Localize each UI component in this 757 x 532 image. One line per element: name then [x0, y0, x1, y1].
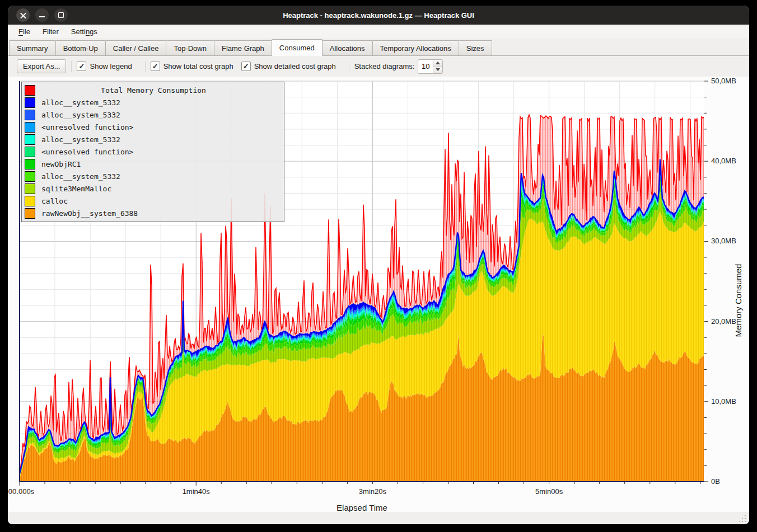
checkbox-box: ✓: [151, 62, 160, 71]
tab-temporary-allocations[interactable]: Temporary Allocations: [372, 40, 459, 55]
show-detailed-cost-checkbox[interactable]: ✓ Show detailed cost graph: [241, 62, 336, 71]
checkbox-label: Show legend: [90, 62, 132, 70]
legend-title: Total Memory Consumption: [35, 86, 284, 95]
x-axis-title: Elapsed Time: [337, 503, 387, 512]
menubar: File Filter Settings: [8, 25, 749, 39]
legend-item: <unresolved function>: [22, 145, 284, 158]
stacked-diagrams-label: Stacked diagrams:: [354, 62, 415, 70]
heaptrack-window: Heaptrack - heaptrack.wakunode.1.gz — He…: [8, 6, 749, 524]
legend-item: alloc__system_5332: [22, 96, 284, 109]
resize-grip[interactable]: [739, 515, 746, 522]
chart-area: 00.000s1min40s3min20s5min00s0B10,0MB20,0…: [8, 77, 749, 512]
legend-item: alloc__system_5332: [22, 109, 284, 121]
menu-filter[interactable]: Filter: [36, 26, 65, 37]
legend-swatch: [25, 134, 35, 145]
spin-down-button[interactable]: [433, 66, 442, 73]
chart-legend: Total Memory Consumption alloc__system_5…: [21, 82, 284, 222]
axis-tick-label: 00.000s: [8, 487, 35, 496]
axis-tick-label: 1min40s: [183, 487, 211, 496]
toolbar-separator: [71, 61, 72, 72]
legend-label: alloc__system_5332: [41, 172, 120, 181]
checkbox-label: Show total cost graph: [163, 62, 233, 70]
show-legend-checkbox[interactable]: ✓ Show legend: [77, 62, 132, 71]
axis-tick-label: 50,0MB: [711, 77, 736, 85]
axis-tick-label: 20,0MB: [711, 317, 736, 326]
legend-item: calloc: [22, 195, 284, 207]
legend-swatch: [25, 171, 35, 182]
legend-label: alloc__system_5332: [41, 135, 120, 144]
stacked-diagrams-spinbox[interactable]: 10: [418, 59, 443, 74]
axis-tick-label: 3min20s: [359, 487, 387, 496]
legend-swatch-total: [25, 85, 35, 96]
legend-label: alloc__system_5332: [41, 98, 120, 107]
legend-item: alloc__system_5332: [22, 170, 284, 182]
tab-consumed[interactable]: Consumed: [272, 39, 323, 56]
legend-swatch: [25, 196, 35, 206]
checkmark-icon: ✓: [79, 63, 85, 70]
axis-tick-label: 10,0MB: [711, 397, 736, 406]
export-as-button[interactable]: Export As...: [17, 59, 66, 73]
legend-label: calloc: [41, 197, 68, 205]
legend-swatch: [25, 122, 35, 133]
toolbar-separator: [145, 61, 146, 72]
legend-item: <unresolved function>: [22, 121, 284, 133]
legend-label: newObjRC1: [41, 160, 81, 168]
legend-title-row: Total Memory Consumption: [22, 84, 284, 96]
show-total-cost-checkbox[interactable]: ✓ Show total cost graph: [151, 62, 233, 71]
tab-caller-callee[interactable]: Caller / Callee: [105, 40, 167, 55]
titlebar[interactable]: Heaptrack - heaptrack.wakunode.1.gz — He…: [8, 6, 749, 25]
legend-swatch: [25, 110, 35, 120]
close-icon: [20, 12, 26, 18]
legend-label: rawNewObj__system_6388: [41, 209, 138, 218]
tab-bottom-up[interactable]: Bottom-Up: [55, 40, 106, 55]
axis-tick-label: 40,0MB: [711, 157, 736, 165]
legend-label: <unresolved function>: [41, 148, 133, 156]
spinbox-buttons: [433, 60, 442, 73]
status-bar: [8, 512, 749, 524]
legend-label: sqlite3MemMalloc: [41, 185, 111, 193]
toolbar: Export As... ✓ Show legend ✓ Show total …: [8, 56, 749, 77]
legend-item: newObjRC1: [22, 158, 284, 170]
close-button[interactable]: [16, 8, 30, 22]
toolbar-separator: [349, 61, 349, 72]
minimize-button[interactable]: [35, 8, 49, 22]
checkbox-label: Show detailed cost graph: [254, 62, 336, 70]
legend-swatch: [25, 159, 35, 170]
legend-swatch: [25, 147, 35, 157]
legend-item: rawNewObj__system_6388: [22, 207, 284, 219]
legend-item: alloc__system_5332: [22, 133, 284, 145]
checkmark-icon: ✓: [152, 63, 158, 70]
legend-swatch: [25, 183, 35, 194]
spinbox-value[interactable]: 10: [418, 60, 433, 73]
menu-file[interactable]: File: [12, 26, 36, 37]
tab-flame-graph[interactable]: Flame Graph: [214, 40, 272, 55]
chevron-up-icon: [436, 62, 440, 64]
legend-label: alloc__system_5332: [41, 111, 120, 119]
legend-item: sqlite3MemMalloc: [22, 182, 284, 195]
checkbox-box: ✓: [241, 62, 251, 71]
tab-summary[interactable]: Summary: [9, 40, 56, 55]
axis-tick-label: 0B: [711, 477, 720, 486]
checkmark-icon: ✓: [243, 63, 249, 70]
legend-swatch: [25, 208, 35, 219]
minimize-icon: [39, 16, 45, 17]
maximize-button[interactable]: [54, 8, 68, 22]
desktop-background: Heaptrack - heaptrack.wakunode.1.gz — He…: [0, 0, 757, 532]
y-axis-title: Memory Consumed: [733, 264, 743, 337]
tab-sizes[interactable]: Sizes: [459, 40, 492, 55]
legend-label: <unresolved function>: [41, 123, 133, 131]
chevron-down-icon: [436, 68, 440, 71]
window-title: Heaptrack - heaptrack.wakunode.1.gz — He…: [8, 11, 749, 20]
checkbox-box: ✓: [77, 62, 86, 71]
tab-allocations[interactable]: Allocations: [322, 40, 373, 55]
menu-settings[interactable]: Settings: [65, 26, 104, 37]
legend-swatch: [25, 97, 35, 108]
spin-up-button[interactable]: [433, 60, 442, 67]
tab-bar: Summary Bottom-Up Caller / Callee Top-Do…: [8, 39, 749, 56]
axis-tick-label: 5min00s: [535, 487, 563, 496]
maximize-icon: [58, 12, 64, 18]
axis-tick-label: 30,0MB: [711, 237, 736, 245]
tab-top-down[interactable]: Top-Down: [166, 40, 214, 55]
